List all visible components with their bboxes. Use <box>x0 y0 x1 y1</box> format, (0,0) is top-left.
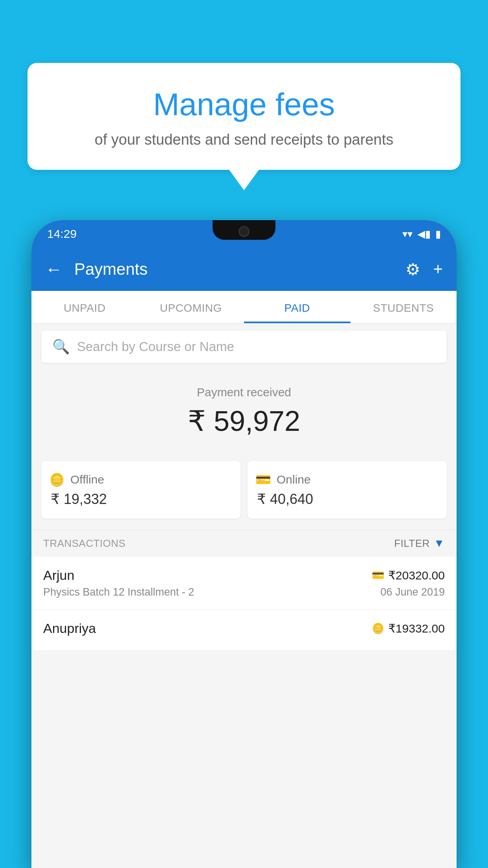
online-label: Online <box>277 473 311 486</box>
transaction-date: 06 June 2019 <box>380 586 445 598</box>
settings-button[interactable]: ⚙ <box>405 260 420 279</box>
payment-type-icon: 🪙 <box>372 622 384 634</box>
online-amount: ₹ 40,640 <box>255 491 439 508</box>
status-time: 14:29 <box>47 227 77 241</box>
wifi-icon: ▾▾ <box>402 228 413 240</box>
payment-cards: 🪙 Offline ₹ 19,332 💳 Online ₹ 40,640 <box>31 461 457 530</box>
search-bar[interactable]: 🔍 Search by Course or Name <box>41 331 447 363</box>
transaction-item-arjun[interactable]: Arjun 💳 ₹20320.00 Physics Batch 12 Insta… <box>31 557 457 610</box>
signal-icon: ◀▮ <box>417 228 431 240</box>
payment-received-label: Payment received <box>41 386 447 399</box>
transaction-amount: 🪙 ₹19332.00 <box>372 622 445 635</box>
transaction-desc: Physics Batch 12 Installment - 2 <box>43 586 194 598</box>
phone-frame: 14:29 ▾▾ ◀▮ ▮ ← Payments ⚙ + UNPAID UPCO… <box>31 220 457 868</box>
filter-icon: ▼ <box>434 537 445 550</box>
transaction-list: Arjun 💳 ₹20320.00 Physics Batch 12 Insta… <box>31 557 457 651</box>
transaction-item-anupriya[interactable]: Anupriya 🪙 ₹19332.00 <box>31 610 457 651</box>
search-container: 🔍 Search by Course or Name <box>31 324 457 370</box>
payment-summary: Payment received ₹ 59,972 <box>31 370 457 461</box>
card-icon: 💳 <box>255 472 271 487</box>
transaction-name: Arjun <box>43 568 74 583</box>
cash-icon: 🪙 <box>49 472 65 487</box>
tabs-bar: UNPAID UPCOMING PAID STUDENTS <box>31 291 457 324</box>
app-header: ← Payments ⚙ + <box>31 248 457 291</box>
transaction-amount: 💳 ₹20320.00 <box>372 568 445 582</box>
bubble-title: Manage fees <box>47 86 441 123</box>
battery-icon: ▮ <box>435 228 441 240</box>
payment-type-icon: 💳 <box>372 569 384 581</box>
transactions-label: TRANSACTIONS <box>43 537 126 550</box>
transaction-name: Anupriya <box>43 621 96 636</box>
add-button[interactable]: + <box>433 260 443 279</box>
header-actions: ⚙ + <box>405 260 443 279</box>
page-title: Payments <box>74 260 394 279</box>
search-icon: 🔍 <box>52 338 70 355</box>
offline-amount: ₹ 19,332 <box>49 491 233 508</box>
online-card: 💳 Online ₹ 40,640 <box>248 461 447 519</box>
transactions-header: TRANSACTIONS FILTER ▼ <box>31 530 457 557</box>
tab-unpaid[interactable]: UNPAID <box>31 291 138 323</box>
offline-card: 🪙 Offline ₹ 19,332 <box>41 461 240 519</box>
bubble-subtitle: of your students and send receipts to pa… <box>47 131 441 148</box>
search-input[interactable]: Search by Course or Name <box>77 339 234 354</box>
payment-total-amount: ₹ 59,972 <box>41 405 447 438</box>
filter-button[interactable]: FILTER ▼ <box>394 537 445 550</box>
back-button[interactable]: ← <box>45 259 62 279</box>
tab-paid[interactable]: PAID <box>244 291 350 323</box>
status-icons: ▾▾ ◀▮ ▮ <box>402 228 441 240</box>
phone-notch <box>213 220 275 240</box>
offline-label: Offline <box>70 473 104 486</box>
speech-bubble: Manage fees of your students and send re… <box>28 63 460 170</box>
filter-label: FILTER <box>394 537 430 550</box>
front-camera <box>238 226 250 237</box>
tab-upcoming[interactable]: UPCOMING <box>138 291 244 323</box>
tab-students[interactable]: STUDENTS <box>350 291 457 323</box>
